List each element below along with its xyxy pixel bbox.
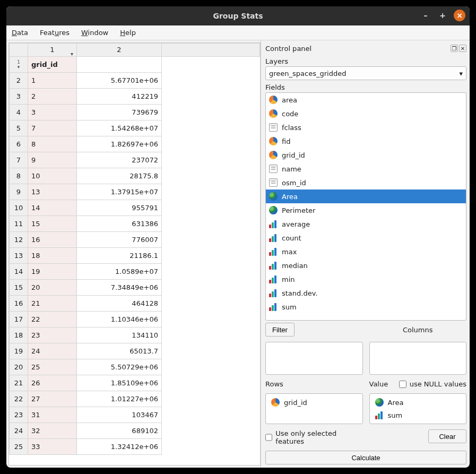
row-header[interactable]: 21 <box>10 375 28 391</box>
field-item[interactable]: grid_id <box>266 148 466 162</box>
cell-value[interactable]: 1.01227e+06 <box>77 391 162 407</box>
menu-data[interactable]: Data <box>10 28 30 38</box>
row-header[interactable]: 24 <box>10 423 28 439</box>
row-header[interactable]: 25 <box>10 439 28 455</box>
row-header[interactable]: 8 <box>10 168 28 184</box>
menu-help[interactable]: Help <box>118 28 138 38</box>
cell-value[interactable]: 1.37915e+07 <box>77 184 162 200</box>
cell-grid-id[interactable]: 3 <box>28 105 77 120</box>
cell-value[interactable]: 955791 <box>77 200 162 216</box>
row-header[interactable]: 9 <box>10 184 28 200</box>
field-item[interactable]: name <box>266 162 466 176</box>
value-item[interactable]: sum <box>372 409 464 421</box>
cell-grid-id[interactable]: 10 <box>28 168 77 184</box>
cell-value[interactable]: 1.54268e+07 <box>77 120 162 136</box>
cell-grid-id[interactable]: 23 <box>28 328 77 343</box>
row-header[interactable]: 23 <box>10 407 28 423</box>
titlebar[interactable]: Group Stats – + × <box>6 6 470 25</box>
row-header[interactable]: 17 <box>10 312 28 328</box>
field-item[interactable]: sum <box>266 300 466 314</box>
corner-cell[interactable] <box>10 44 28 57</box>
col-header-2[interactable]: 2 <box>77 44 162 57</box>
field-item[interactable]: fid <box>266 134 466 148</box>
cell-grid-id[interactable]: 1 <box>28 73 77 89</box>
rows-box[interactable]: grid_id <box>265 393 363 424</box>
row-header[interactable]: 20 <box>10 359 28 375</box>
close-panel-icon[interactable]: ✕ <box>459 45 466 52</box>
cell-value[interactable]: 28175.8 <box>77 168 162 184</box>
maximize-button[interactable]: + <box>437 10 448 21</box>
row-header[interactable]: 15 <box>10 280 28 296</box>
cell-grid-id[interactable]: 20 <box>28 280 77 296</box>
row-header[interactable]: 10 <box>10 200 28 216</box>
row-header[interactable]: 12 <box>10 232 28 248</box>
cell-grid-id[interactable]: 16 <box>28 232 77 248</box>
field-item[interactable]: average <box>266 217 466 231</box>
header-grid-id[interactable]: grid_id <box>28 57 77 73</box>
row-header[interactable]: 18 <box>10 328 28 343</box>
calculate-button[interactable]: Calculate <box>265 451 466 464</box>
cell-grid-id[interactable]: 15 <box>28 216 77 232</box>
value-box[interactable]: Areasum <box>369 393 467 424</box>
field-item[interactable]: count <box>266 231 466 245</box>
cell-grid-id[interactable]: 21 <box>28 296 77 312</box>
row-header[interactable]: 2 <box>10 73 28 89</box>
field-item[interactable]: fclass <box>266 120 466 134</box>
cell-grid-id[interactable]: 32 <box>28 423 77 439</box>
cell-value[interactable]: 464128 <box>77 296 162 312</box>
cell-value[interactable]: 689102 <box>77 423 162 439</box>
field-item[interactable]: min <box>266 272 466 286</box>
cell-grid-id[interactable]: 2 <box>28 89 77 105</box>
cell-value[interactable]: 1.85109e+06 <box>77 375 162 391</box>
row-header[interactable]: 22 <box>10 391 28 407</box>
cell-value[interactable]: 103467 <box>77 407 162 423</box>
cell-grid-id[interactable]: 8 <box>28 136 77 152</box>
minimize-button[interactable]: – <box>420 10 431 21</box>
use-null-checkbox[interactable]: use NULL values <box>399 380 466 388</box>
row-header[interactable]: 14 <box>10 264 28 280</box>
menu-features[interactable]: Features <box>38 28 72 38</box>
cell-grid-id[interactable]: 31 <box>28 407 77 423</box>
filter-button[interactable]: Filter <box>265 323 295 337</box>
cell-value[interactable]: 237072 <box>77 152 162 168</box>
row-header[interactable]: 19 <box>10 343 28 359</box>
cell-grid-id[interactable]: 24 <box>28 343 77 359</box>
row-header[interactable]: 5 <box>10 120 28 136</box>
clear-button[interactable]: Clear <box>428 429 466 443</box>
filter-box[interactable] <box>265 342 363 375</box>
cell-grid-id[interactable]: 18 <box>28 248 77 264</box>
cell-value[interactable]: 412219 <box>77 89 162 105</box>
results-table-wrap[interactable]: 1 ▾ 2 1▾ grid_id <box>8 42 261 466</box>
cell-grid-id[interactable]: 9 <box>28 152 77 168</box>
cell-grid-id[interactable]: 19 <box>28 264 77 280</box>
cell-value[interactable]: 776007 <box>77 232 162 248</box>
cell-grid-id[interactable]: 33 <box>28 439 77 455</box>
cell-grid-id[interactable]: 13 <box>28 184 77 200</box>
menu-window[interactable]: Window <box>79 28 110 38</box>
close-button[interactable]: × <box>454 10 465 21</box>
field-item[interactable]: Area <box>266 189 466 203</box>
row-header[interactable]: 7 <box>10 152 28 168</box>
columns-box[interactable] <box>369 342 467 375</box>
field-item[interactable]: area <box>266 93 466 107</box>
row-header[interactable]: 3 <box>10 89 28 105</box>
row-header[interactable]: 4 <box>10 105 28 120</box>
cell-grid-id[interactable]: 25 <box>28 359 77 375</box>
cell-value[interactable]: 5.67701e+06 <box>77 73 162 89</box>
cell-value[interactable]: 134110 <box>77 328 162 343</box>
row-header[interactable]: 16 <box>10 296 28 312</box>
field-item[interactable]: code <box>266 107 466 120</box>
cell-value[interactable]: 21186.1 <box>77 248 162 264</box>
field-item[interactable]: max <box>266 245 466 258</box>
cell-grid-id[interactable]: 22 <box>28 312 77 328</box>
cell-value[interactable]: 65013.7 <box>77 343 162 359</box>
col-header-1[interactable]: 1 ▾ <box>28 44 77 57</box>
value-item[interactable]: Area <box>372 396 464 409</box>
cell-value[interactable]: 7.34849e+06 <box>77 280 162 296</box>
row-header[interactable]: 1▾ <box>10 57 28 73</box>
layers-combo[interactable]: green_spaces_gridded ▾ <box>265 66 466 80</box>
cell-value[interactable]: 5.50729e+06 <box>77 359 162 375</box>
cell-value[interactable]: 631386 <box>77 216 162 232</box>
cell-grid-id[interactable]: 7 <box>28 120 77 136</box>
field-item[interactable]: Perimeter <box>266 203 466 217</box>
